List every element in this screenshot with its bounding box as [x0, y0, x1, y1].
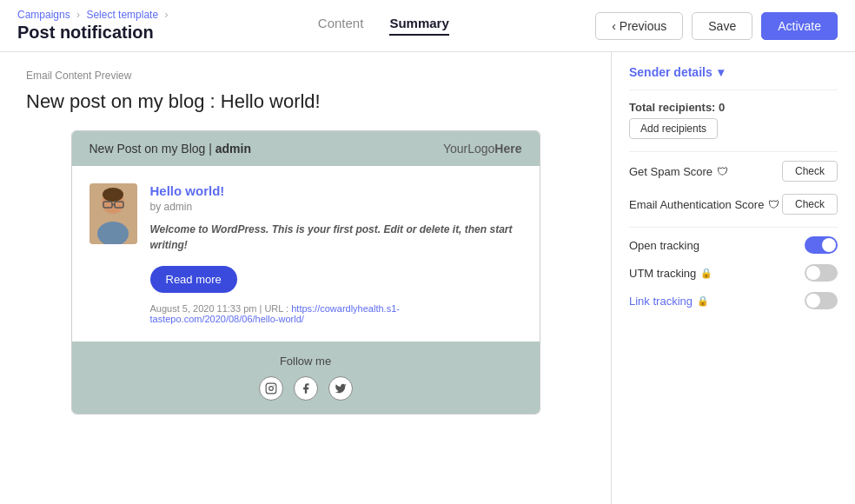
breadcrumb-select-template[interactable]: Select template	[86, 9, 158, 21]
total-recipients-text: Total recipients:	[629, 101, 715, 114]
toggle-knob-open	[822, 238, 836, 252]
email-header-title: New Post on my Blog | admin	[89, 142, 251, 156]
email-preview-label: Email Content Preview	[26, 70, 585, 82]
breadcrumb-sep-2: ›	[164, 9, 168, 21]
twitter-icon[interactable]	[328, 376, 353, 401]
utm-tracking-text: UTM tracking	[629, 267, 696, 280]
facebook-icon[interactable]	[294, 376, 318, 401]
social-icons	[85, 376, 527, 401]
email-subject: New post on my blog : Hello world!	[26, 90, 585, 113]
link-tracking-toggle[interactable]	[805, 292, 838, 309]
chevron-down-icon: ▾	[718, 65, 724, 79]
svg-point-9	[273, 385, 274, 386]
topbar-left: Campaigns › Select template › Post notif…	[17, 9, 171, 43]
activate-button[interactable]: Activate	[761, 12, 838, 40]
utm-lock-icon: 🔒	[700, 268, 712, 279]
utm-tracking-toggle[interactable]	[805, 264, 838, 282]
breadcrumb: Campaigns › Select template ›	[17, 9, 171, 21]
tab-summary[interactable]: Summary	[389, 16, 448, 36]
email-header: New Post on my Blog | admin YourLogoHere	[72, 131, 540, 166]
email-avatar	[89, 183, 137, 244]
main-layout: Email Content Preview New post on my blo…	[0, 52, 855, 504]
email-auth-row: Email Authentication Score 🛡 Check	[629, 194, 838, 215]
topbar: Campaigns › Select template › Post notif…	[0, 0, 855, 52]
spam-score-row: Get Spam Score 🛡 Check	[629, 161, 838, 182]
sidebar-divider-2	[629, 227, 838, 228]
page-title: Post notification	[17, 23, 171, 43]
email-header-title-prefix: New Post on my Blog |	[89, 142, 215, 156]
breadcrumb-campaigns[interactable]: Campaigns	[17, 9, 70, 21]
auth-check-button[interactable]: Check	[782, 194, 838, 215]
email-footer: Follow me	[72, 342, 540, 414]
save-button[interactable]: Save	[692, 12, 752, 40]
add-recipients-button[interactable]: Add recipients	[629, 118, 718, 139]
sidebar-divider-1	[629, 151, 838, 152]
email-logo-text: YourLogo	[443, 142, 494, 156]
email-post: Hello world! by admin Welcome to WordPre…	[89, 183, 522, 324]
auth-icon: 🛡	[768, 198, 779, 211]
previous-button[interactable]: ‹ Previous	[595, 12, 683, 40]
content-area: Email Content Preview New post on my blo…	[0, 52, 612, 504]
email-header-title-bold: admin	[215, 142, 251, 156]
open-tracking-toggle[interactable]	[805, 236, 838, 254]
post-date: August 5, 2020 11:33 pm	[150, 303, 257, 314]
post-url: August 5, 2020 11:33 pm | URL : https://…	[150, 303, 522, 324]
post-by: by admin	[150, 201, 522, 213]
total-recipients-count: 0	[719, 101, 725, 114]
sidebar: Sender details ▾ Total recipients: 0 Add…	[612, 52, 855, 504]
email-post-content: Hello world! by admin Welcome to WordPre…	[150, 183, 522, 324]
previous-label: Previous	[620, 19, 666, 33]
topbar-center: Content Summary	[318, 16, 449, 36]
link-tracking-label: Link tracking 🔒	[629, 295, 709, 308]
svg-rect-7	[266, 383, 276, 394]
sender-details-header[interactable]: Sender details ▾	[629, 65, 838, 90]
toggle-knob-utm	[806, 266, 820, 280]
link-tracking-text: Link tracking	[629, 295, 693, 308]
sender-details-label: Sender details	[629, 65, 712, 79]
total-recipients-label: Total recipients: 0	[629, 101, 838, 114]
open-tracking-label: Open tracking	[629, 239, 699, 252]
spam-score-label: Get Spam Score 🛡	[629, 165, 728, 178]
breadcrumb-sep-1: ›	[76, 9, 80, 21]
link-tracking-row: Link tracking 🔒	[629, 292, 838, 309]
open-tracking-row: Open tracking	[629, 236, 838, 254]
toggle-knob-link	[806, 294, 820, 308]
tab-content[interactable]: Content	[318, 16, 364, 36]
spam-check-button[interactable]: Check	[782, 161, 838, 182]
utm-tracking-label: UTM tracking 🔒	[629, 267, 712, 280]
spam-score-text: Get Spam Score	[629, 165, 712, 178]
spam-icon: 🛡	[717, 165, 728, 178]
utm-tracking-row: UTM tracking 🔒	[629, 264, 838, 282]
follow-label: Follow me	[85, 355, 527, 368]
total-recipients-row: Total recipients: 0 Add recipients	[629, 101, 838, 139]
svg-point-2	[103, 188, 123, 202]
instagram-icon[interactable]	[259, 376, 283, 401]
read-more-button[interactable]: Read more	[150, 266, 237, 293]
email-auth-text: Email Authentication Score	[629, 198, 764, 211]
post-body: Welcome to WordPress. This is your first…	[150, 222, 522, 253]
link-lock-icon: 🔒	[697, 295, 709, 307]
post-url-label: URL :	[264, 303, 288, 314]
topbar-right: ‹ Previous Save Activate	[595, 12, 838, 40]
email-body: Hello world! by admin Welcome to WordPre…	[72, 166, 540, 342]
email-auth-label: Email Authentication Score 🛡	[629, 198, 779, 211]
email-card: New Post on my Blog | admin YourLogoHere	[71, 130, 540, 414]
chevron-left-icon: ‹	[612, 19, 616, 33]
svg-point-8	[268, 387, 273, 391]
avatar-svg	[89, 183, 137, 244]
email-header-logo: YourLogoHere	[443, 142, 522, 156]
post-title: Hello world!	[150, 183, 522, 198]
email-logo-bold: Here	[494, 142, 521, 156]
